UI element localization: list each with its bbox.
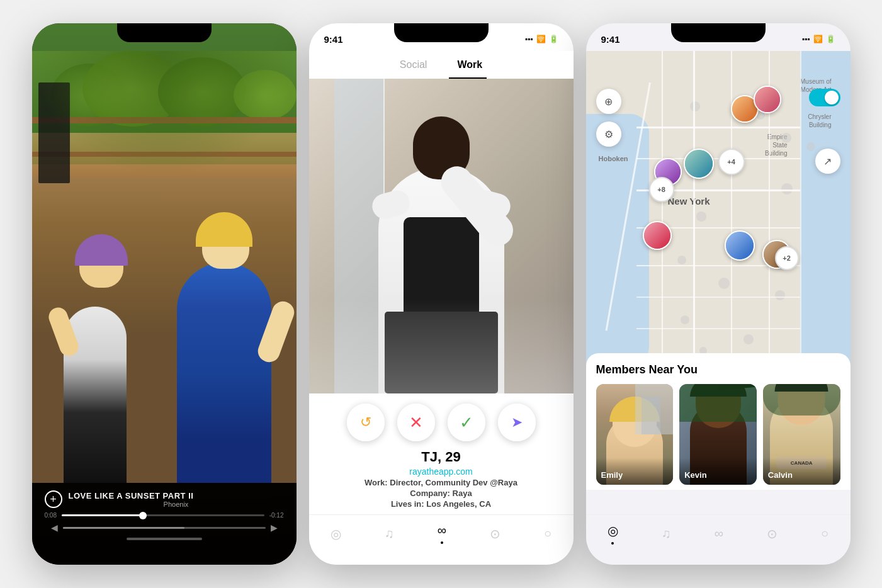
rewind-button[interactable]: ↺ xyxy=(347,404,385,441)
tab-work[interactable]: Work xyxy=(442,59,497,71)
member-label-kevin: Kevin xyxy=(679,458,757,485)
map-pin-group2[interactable]: +8 xyxy=(649,177,674,202)
map-area[interactable]: New York Hoboken Museum ofModern Art Chr… xyxy=(586,51,851,366)
nav-chat[interactable]: ○ xyxy=(544,526,551,541)
map-pin-user3[interactable] xyxy=(684,149,714,179)
person-icon: ⊙ xyxy=(490,526,500,541)
progress-fill xyxy=(62,514,143,516)
member-card-emily[interactable]: Emily xyxy=(596,384,674,485)
member-card-kevin[interactable]: Kevin xyxy=(679,384,757,485)
notch-3 xyxy=(671,23,766,42)
map-share-button[interactable]: ↗ xyxy=(815,149,840,174)
map-pin-group1[interactable]: +4 xyxy=(718,149,745,175)
phone-1: + LOVE LIKE A SUNSET PART II Phoenix 0:0… xyxy=(32,23,297,565)
members-grid: Emily Kevin xyxy=(596,384,840,485)
volume-bar[interactable] xyxy=(63,527,266,529)
profile-work: Work: Director, Community Dev @Raya xyxy=(324,478,558,487)
foliage-overlay xyxy=(32,51,297,177)
battery-icon-3: 🔋 xyxy=(826,35,835,43)
tab-header: Social Work xyxy=(309,51,574,79)
map-pin-group3[interactable]: +2 xyxy=(775,246,799,270)
location-icon-3: ◎ xyxy=(608,523,618,538)
time-elapsed: 0:08 xyxy=(45,512,57,519)
profile-name-age: TJ, 29 xyxy=(324,449,558,465)
bottom-nav-3: ◎ ♫ ∞ ⊙ ○ xyxy=(586,514,851,565)
member-label-calvin: Calvin xyxy=(763,458,840,485)
members-section: Members Near You Emily xyxy=(586,353,851,490)
profile-photo xyxy=(309,79,574,393)
volume-up-icon[interactable]: ▶ xyxy=(271,523,278,533)
music-title: LOVE LIKE A SUNSET PART II xyxy=(69,491,284,500)
action-buttons: ↺ ✕ ✓ ➤ xyxy=(309,404,574,441)
active-dot-3 xyxy=(611,542,614,545)
map-pin-user2[interactable] xyxy=(754,86,781,113)
status-icons-2: ▪▪▪ 🛜 🔋 xyxy=(525,35,558,43)
notch-1 xyxy=(117,23,212,42)
nav-people[interactable]: ∞ xyxy=(438,523,446,544)
map-pin-user6[interactable] xyxy=(725,230,755,261)
profile-company: Company: Raya xyxy=(324,489,558,498)
members-title: Members Near You xyxy=(596,363,840,376)
music-add-button[interactable]: + xyxy=(45,490,62,508)
home-indicator xyxy=(127,538,202,540)
music-icon-3: ♫ xyxy=(662,526,671,541)
location-icon: ◎ xyxy=(331,526,341,541)
profile-link[interactable]: rayatheapp.com xyxy=(324,466,558,477)
map-location-button[interactable]: ⊕ xyxy=(596,89,621,114)
like-button[interactable]: ✓ xyxy=(448,404,485,441)
chat-icon-3: ○ xyxy=(821,526,828,541)
music-player: + LOVE LIKE A SUNSET PART II Phoenix 0:0… xyxy=(32,483,297,565)
signal-icon: ▪▪▪ xyxy=(525,35,533,43)
map-pin-user5[interactable] xyxy=(643,221,672,250)
toggle-track[interactable] xyxy=(809,89,840,106)
notch-2 xyxy=(394,23,489,42)
progress-bar[interactable] xyxy=(62,514,264,516)
volume-down-icon[interactable]: ◀ xyxy=(51,523,58,533)
time-remaining: -0:12 xyxy=(269,512,284,519)
progress-thumb xyxy=(139,512,147,519)
people-icon: ∞ xyxy=(438,523,446,538)
status-time-3: 9:41 xyxy=(601,34,620,45)
nav-location[interactable]: ◎ xyxy=(331,526,341,541)
status-time-2: 9:41 xyxy=(324,34,343,45)
boost-button[interactable]: ➤ xyxy=(498,404,536,441)
nav-people-3[interactable]: ∞ xyxy=(715,526,723,541)
member-card-calvin[interactable]: CANADA Calvin xyxy=(763,384,840,485)
music-icon: ♫ xyxy=(385,526,394,541)
nav-person-3[interactable]: ⊙ xyxy=(767,526,777,541)
active-dot xyxy=(441,541,443,544)
battery-icon: 🔋 xyxy=(549,35,558,43)
nav-person[interactable]: ⊙ xyxy=(490,526,500,541)
signal-icon-3: ▪▪▪ xyxy=(802,35,810,43)
chat-icon: ○ xyxy=(544,526,551,541)
tab-underline xyxy=(449,77,487,79)
phone-3: 9:41 ▪▪▪ 🛜 🔋 xyxy=(586,23,851,565)
map-settings-button[interactable]: ⚙ xyxy=(596,122,621,147)
status-icons-3: ▪▪▪ 🛜 🔋 xyxy=(802,35,835,43)
nav-music[interactable]: ♫ xyxy=(385,526,394,541)
music-progress[interactable]: 0:08 -0:12 xyxy=(45,512,284,519)
music-artist: Phoenix xyxy=(69,500,284,508)
wifi-icon-3: 🛜 xyxy=(813,35,823,43)
profile-location: Lives in: Los Angeles, CA xyxy=(324,499,558,509)
member-label-emily: Emily xyxy=(596,458,674,485)
nav-music-3[interactable]: ♫ xyxy=(662,526,671,541)
person-icon-3: ⊙ xyxy=(767,526,777,541)
dislike-button[interactable]: ✕ xyxy=(397,404,435,441)
bottom-nav-2: ◎ ♫ ∞ ⊙ ○ xyxy=(309,514,574,565)
map-toggle[interactable] xyxy=(809,89,840,106)
wifi-icon: 🛜 xyxy=(536,35,546,43)
music-controls: ◀ ▶ xyxy=(45,523,284,533)
phone-2: 9:41 ▪▪▪ 🛜 🔋 Social Work xyxy=(309,23,574,565)
toggle-thumb xyxy=(825,91,839,105)
nav-chat-3[interactable]: ○ xyxy=(821,526,828,541)
people-icon-3: ∞ xyxy=(715,526,723,541)
tab-social[interactable]: Social xyxy=(385,59,443,71)
nav-location-3[interactable]: ◎ xyxy=(608,523,618,545)
